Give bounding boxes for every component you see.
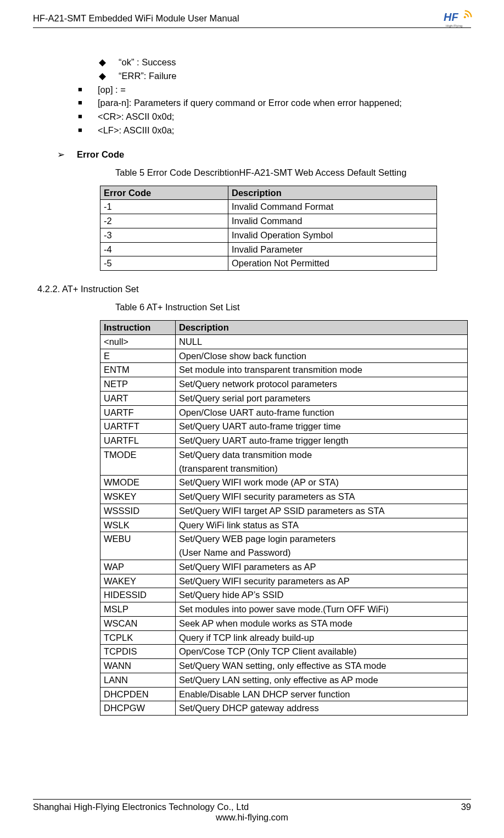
table-cell: Set/Query UART auto-frame trigger time: [176, 420, 468, 434]
table-row: WANNSet/Query WAN setting, only effectiv…: [100, 659, 468, 673]
table-cell: <null>: [100, 334, 176, 349]
table-cell: Set/Query WIFI security parameters as AP: [176, 574, 468, 588]
table-cell: Set/Query WAN setting, only effective as…: [176, 659, 468, 673]
table-cell: NETP: [100, 377, 176, 392]
table-cell: HIDESSID: [100, 588, 176, 602]
list-item: [para-n]: Parameters if query command or…: [78, 96, 471, 110]
table-cell: Enable/Disable LAN DHCP server function: [176, 687, 468, 701]
table-row: NETPSet/Query network protocol parameter…: [100, 377, 468, 392]
table-row: WSLKQuery WiFi link status as STA: [100, 518, 468, 532]
result-bullets: “ok” : Success “ERR”: Failure: [99, 55, 471, 83]
table-row: WSCANSeek AP when module works as STA mo…: [100, 616, 468, 630]
table-cell: Seek AP when module works as STA mode: [176, 616, 468, 630]
wifi-icon: [463, 9, 473, 19]
table-cell: Set/Query WIFI parameters as AP: [176, 560, 468, 574]
table-cell: Set/Query UART auto-frame trigger length: [176, 434, 468, 448]
table-header: Error Code: [100, 186, 228, 200]
table6-caption: Table 6 AT+ Instruction Set List: [115, 302, 471, 312]
table-cell: Set/Query data transmition mode(transpar…: [176, 448, 468, 476]
table-row: -3Invalid Operation Symbol: [100, 228, 437, 242]
table-row: -2Invalid Command: [100, 214, 437, 228]
table-cell: Set/Query WIFI work mode (AP or STA): [176, 476, 468, 490]
table-cell: Query if TCP link already build-up: [176, 630, 468, 645]
section-heading: 4.2.2. AT+ Instruction Set: [37, 284, 471, 294]
table-row: TMODESet/Query data transmition mode(tra…: [100, 448, 468, 476]
table-cell: ENTM: [100, 363, 176, 377]
table-row: -5Operation Not Permitted: [100, 256, 437, 271]
logo-subtext: High-Flying: [446, 24, 462, 27]
table-cell: E: [100, 349, 176, 363]
page-header: HF-A21-SMT Embedded WiFi Module User Man…: [33, 10, 471, 28]
table-cell: DHCPDEN: [100, 687, 176, 701]
page-number: 39: [461, 802, 471, 812]
svg-point-0: [464, 16, 466, 18]
list-item: “ERR”: Failure: [99, 69, 471, 83]
list-item: <CR>: ASCII 0x0d;: [78, 110, 471, 124]
table-row: UARTFLSet/Query UART auto-frame trigger …: [100, 434, 468, 448]
table-header: Description: [228, 186, 437, 200]
table-row: <null>NULL: [100, 334, 468, 349]
table-row: WEBUSet/Query WEB page login parameters(…: [100, 532, 468, 560]
table-cell: Invalid Parameter: [228, 242, 437, 256]
list-item: “ok” : Success: [99, 55, 471, 69]
list-item: [op] : =: [78, 83, 471, 97]
table-row: MSLPSet modules into power save mode.(Tu…: [100, 602, 468, 617]
table-cell: Open/Cose TCP (Only TCP Client available…: [176, 645, 468, 659]
table-cell: Invalid Command Format: [228, 200, 437, 214]
table-header: Description: [176, 321, 468, 335]
instruction-set-table: Instruction Description <null>NULLEOpen/…: [100, 320, 468, 716]
table-row: EOpen/Close show back function: [100, 349, 468, 363]
table-cell: Invalid Command: [228, 214, 437, 228]
table-cell: Set/Query LAN setting, only effective as…: [176, 673, 468, 687]
table-cell: Set/Query WIFI target AP SSID parameters…: [176, 504, 468, 518]
table-row: UARTSet/Query serial port parameters: [100, 391, 468, 405]
table-cell: WEBU: [100, 532, 176, 560]
table-cell: Set module into transparent transmition …: [176, 363, 468, 377]
table-cell: TCPLK: [100, 630, 176, 645]
footer-company: Shanghai High-Flying Electronics Technol…: [33, 802, 249, 812]
table-cell: DHCPGW: [100, 701, 176, 716]
table-row: ENTMSet module into transparent transmit…: [100, 363, 468, 377]
table-cell: -4: [100, 242, 228, 256]
table-cell: Query WiFi link status as STA: [176, 518, 468, 532]
table-cell: TCPDIS: [100, 645, 176, 659]
table-header: Instruction: [100, 321, 176, 335]
table-row: UARTFTSet/Query UART auto-frame trigger …: [100, 420, 468, 434]
table-cell: WSSSID: [100, 504, 176, 518]
table-cell: WAP: [100, 560, 176, 574]
table-cell: WANN: [100, 659, 176, 673]
brand-logo: HF High-Flying: [444, 10, 471, 26]
table-cell: UARTFT: [100, 420, 176, 434]
table-row: TCPDISOpen/Cose TCP (Only TCP Client ava…: [100, 645, 468, 659]
logo-text: HF: [444, 11, 458, 24]
table-row: LANNSet/Query LAN setting, only effectiv…: [100, 673, 468, 687]
table-cell: WMODE: [100, 476, 176, 490]
table-cell: -5: [100, 256, 228, 271]
table-cell: Set/Query WEB page login parameters(User…: [176, 532, 468, 560]
table-cell: UARTFL: [100, 434, 176, 448]
table-cell: LANN: [100, 673, 176, 687]
table-cell: Open/Close show back function: [176, 349, 468, 363]
page-content: “ok” : Success “ERR”: Failure [op] : = […: [33, 28, 471, 716]
table-cell: -3: [100, 228, 228, 242]
table-cell: UART: [100, 391, 176, 405]
table-row: WAPSet/Query WIFI parameters as AP: [100, 560, 468, 574]
list-item: <LF>: ASCIII 0x0a;: [78, 124, 471, 137]
table-cell: Set/Query hide AP’s SSID: [176, 588, 468, 602]
table-cell: -2: [100, 214, 228, 228]
table-cell: Set/Query serial port parameters: [176, 391, 468, 405]
table-cell: Invalid Operation Symbol: [228, 228, 437, 242]
header-title: HF-A21-SMT Embedded WiFi Module User Man…: [33, 13, 239, 24]
table-cell: WAKEY: [100, 574, 176, 588]
table-row: WAKEYSet/Query WIFI security parameters …: [100, 574, 468, 588]
param-bullets: [op] : = [para-n]: Parameters if query c…: [78, 83, 471, 137]
table-row: WMODESet/Query WIFI work mode (AP or STA…: [100, 476, 468, 490]
table-cell: WSKEY: [100, 490, 176, 504]
page-footer: Shanghai High-Flying Electronics Technol…: [33, 799, 471, 823]
table5-caption: Table 5 Error Code DescribtionHF-A21-SMT…: [115, 167, 471, 178]
table-cell: NULL: [176, 334, 468, 349]
table-row: -1Invalid Command Format: [100, 200, 437, 214]
table-row: TCPLKQuery if TCP link already build-up: [100, 630, 468, 645]
table-row: -4Invalid Parameter: [100, 242, 437, 256]
table-cell: Operation Not Permitted: [228, 256, 437, 271]
